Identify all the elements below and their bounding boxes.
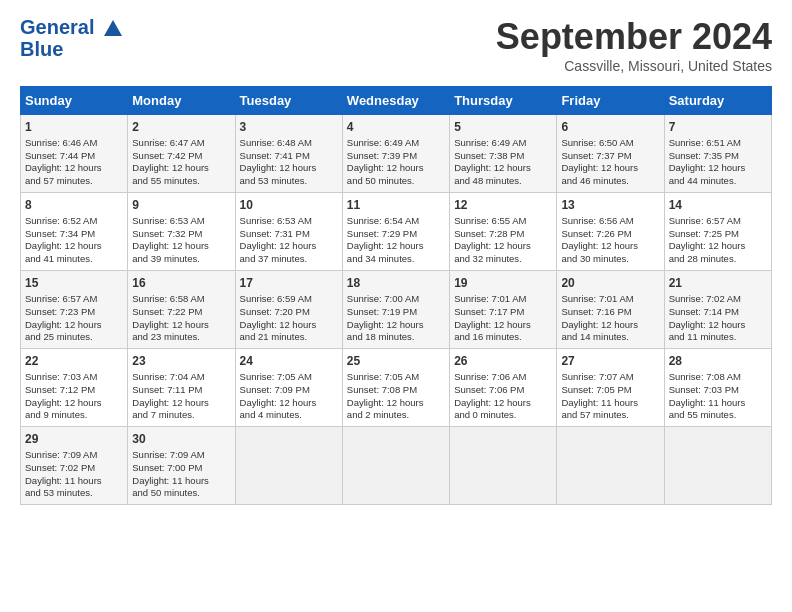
cell-info: Sunrise: 6:53 AM Sunset: 7:32 PM Dayligh… — [132, 215, 230, 266]
calendar-cell: 27Sunrise: 7:07 AM Sunset: 7:05 PM Dayli… — [557, 349, 664, 427]
day-number: 25 — [347, 353, 445, 370]
day-number: 5 — [454, 119, 552, 136]
day-number: 12 — [454, 197, 552, 214]
calendar-cell — [342, 427, 449, 505]
week-row-1: 1Sunrise: 6:46 AM Sunset: 7:44 PM Daylig… — [21, 115, 772, 193]
calendar-cell — [664, 427, 771, 505]
day-number: 23 — [132, 353, 230, 370]
calendar-cell: 3Sunrise: 6:48 AM Sunset: 7:41 PM Daylig… — [235, 115, 342, 193]
cell-info: Sunrise: 7:01 AM Sunset: 7:16 PM Dayligh… — [561, 293, 659, 344]
svg-marker-0 — [104, 20, 122, 36]
calendar-cell: 18Sunrise: 7:00 AM Sunset: 7:19 PM Dayli… — [342, 271, 449, 349]
calendar-cell: 9Sunrise: 6:53 AM Sunset: 7:32 PM Daylig… — [128, 193, 235, 271]
cell-info: Sunrise: 7:05 AM Sunset: 7:08 PM Dayligh… — [347, 371, 445, 422]
day-number: 2 — [132, 119, 230, 136]
calendar-cell: 28Sunrise: 7:08 AM Sunset: 7:03 PM Dayli… — [664, 349, 771, 427]
column-header-saturday: Saturday — [664, 87, 771, 115]
column-header-sunday: Sunday — [21, 87, 128, 115]
calendar-cell: 23Sunrise: 7:04 AM Sunset: 7:11 PM Dayli… — [128, 349, 235, 427]
week-row-3: 15Sunrise: 6:57 AM Sunset: 7:23 PM Dayli… — [21, 271, 772, 349]
day-number: 30 — [132, 431, 230, 448]
day-number: 21 — [669, 275, 767, 292]
cell-info: Sunrise: 6:46 AM Sunset: 7:44 PM Dayligh… — [25, 137, 123, 188]
calendar-cell: 5Sunrise: 6:49 AM Sunset: 7:38 PM Daylig… — [450, 115, 557, 193]
title-area: September 2024 Cassville, Missouri, Unit… — [496, 16, 772, 74]
location: Cassville, Missouri, United States — [496, 58, 772, 74]
cell-info: Sunrise: 6:59 AM Sunset: 7:20 PM Dayligh… — [240, 293, 338, 344]
day-number: 7 — [669, 119, 767, 136]
logo-icon — [102, 18, 124, 40]
cell-info: Sunrise: 7:06 AM Sunset: 7:06 PM Dayligh… — [454, 371, 552, 422]
day-number: 17 — [240, 275, 338, 292]
week-row-4: 22Sunrise: 7:03 AM Sunset: 7:12 PM Dayli… — [21, 349, 772, 427]
calendar-cell: 13Sunrise: 6:56 AM Sunset: 7:26 PM Dayli… — [557, 193, 664, 271]
logo-general: General — [20, 16, 94, 38]
cell-info: Sunrise: 6:50 AM Sunset: 7:37 PM Dayligh… — [561, 137, 659, 188]
day-number: 20 — [561, 275, 659, 292]
day-number: 6 — [561, 119, 659, 136]
cell-info: Sunrise: 6:53 AM Sunset: 7:31 PM Dayligh… — [240, 215, 338, 266]
cell-info: Sunrise: 6:57 AM Sunset: 7:25 PM Dayligh… — [669, 215, 767, 266]
cell-info: Sunrise: 7:02 AM Sunset: 7:14 PM Dayligh… — [669, 293, 767, 344]
column-header-tuesday: Tuesday — [235, 87, 342, 115]
calendar-cell — [235, 427, 342, 505]
calendar-cell: 7Sunrise: 6:51 AM Sunset: 7:35 PM Daylig… — [664, 115, 771, 193]
calendar-cell: 11Sunrise: 6:54 AM Sunset: 7:29 PM Dayli… — [342, 193, 449, 271]
day-number: 8 — [25, 197, 123, 214]
cell-info: Sunrise: 7:01 AM Sunset: 7:17 PM Dayligh… — [454, 293, 552, 344]
day-number: 27 — [561, 353, 659, 370]
day-number: 15 — [25, 275, 123, 292]
calendar-cell — [450, 427, 557, 505]
day-number: 16 — [132, 275, 230, 292]
calendar-cell: 15Sunrise: 6:57 AM Sunset: 7:23 PM Dayli… — [21, 271, 128, 349]
cell-info: Sunrise: 6:47 AM Sunset: 7:42 PM Dayligh… — [132, 137, 230, 188]
cell-info: Sunrise: 7:09 AM Sunset: 7:02 PM Dayligh… — [25, 449, 123, 500]
calendar-table: SundayMondayTuesdayWednesdayThursdayFrid… — [20, 86, 772, 505]
cell-info: Sunrise: 7:08 AM Sunset: 7:03 PM Dayligh… — [669, 371, 767, 422]
calendar-cell: 6Sunrise: 6:50 AM Sunset: 7:37 PM Daylig… — [557, 115, 664, 193]
logo-content: General Blue — [20, 16, 124, 61]
calendar-cell: 26Sunrise: 7:06 AM Sunset: 7:06 PM Dayli… — [450, 349, 557, 427]
calendar-cell — [557, 427, 664, 505]
day-number: 3 — [240, 119, 338, 136]
calendar-cell: 2Sunrise: 6:47 AM Sunset: 7:42 PM Daylig… — [128, 115, 235, 193]
day-number: 9 — [132, 197, 230, 214]
day-number: 1 — [25, 119, 123, 136]
cell-info: Sunrise: 6:49 AM Sunset: 7:38 PM Dayligh… — [454, 137, 552, 188]
calendar-cell: 10Sunrise: 6:53 AM Sunset: 7:31 PM Dayli… — [235, 193, 342, 271]
header-area: General Blue September 2024 Cassville, M… — [20, 16, 772, 74]
day-number: 24 — [240, 353, 338, 370]
day-number: 29 — [25, 431, 123, 448]
calendar-cell: 14Sunrise: 6:57 AM Sunset: 7:25 PM Dayli… — [664, 193, 771, 271]
day-number: 22 — [25, 353, 123, 370]
cell-info: Sunrise: 6:58 AM Sunset: 7:22 PM Dayligh… — [132, 293, 230, 344]
cell-info: Sunrise: 7:05 AM Sunset: 7:09 PM Dayligh… — [240, 371, 338, 422]
calendar-cell: 30Sunrise: 7:09 AM Sunset: 7:00 PM Dayli… — [128, 427, 235, 505]
day-number: 19 — [454, 275, 552, 292]
cell-info: Sunrise: 7:07 AM Sunset: 7:05 PM Dayligh… — [561, 371, 659, 422]
logo-blue: Blue — [20, 38, 124, 61]
cell-info: Sunrise: 6:48 AM Sunset: 7:41 PM Dayligh… — [240, 137, 338, 188]
month-title: September 2024 — [496, 16, 772, 58]
cell-info: Sunrise: 6:57 AM Sunset: 7:23 PM Dayligh… — [25, 293, 123, 344]
calendar-cell: 16Sunrise: 6:58 AM Sunset: 7:22 PM Dayli… — [128, 271, 235, 349]
column-header-monday: Monday — [128, 87, 235, 115]
calendar-cell: 24Sunrise: 7:05 AM Sunset: 7:09 PM Dayli… — [235, 349, 342, 427]
calendar-cell: 22Sunrise: 7:03 AM Sunset: 7:12 PM Dayli… — [21, 349, 128, 427]
calendar-body: 1Sunrise: 6:46 AM Sunset: 7:44 PM Daylig… — [21, 115, 772, 505]
cell-info: Sunrise: 6:52 AM Sunset: 7:34 PM Dayligh… — [25, 215, 123, 266]
calendar-cell: 4Sunrise: 6:49 AM Sunset: 7:39 PM Daylig… — [342, 115, 449, 193]
day-number: 10 — [240, 197, 338, 214]
column-header-wednesday: Wednesday — [342, 87, 449, 115]
day-number: 4 — [347, 119, 445, 136]
calendar-cell: 8Sunrise: 6:52 AM Sunset: 7:34 PM Daylig… — [21, 193, 128, 271]
cell-info: Sunrise: 7:09 AM Sunset: 7:00 PM Dayligh… — [132, 449, 230, 500]
cell-info: Sunrise: 6:55 AM Sunset: 7:28 PM Dayligh… — [454, 215, 552, 266]
calendar-cell: 29Sunrise: 7:09 AM Sunset: 7:02 PM Dayli… — [21, 427, 128, 505]
day-number: 14 — [669, 197, 767, 214]
cell-info: Sunrise: 6:51 AM Sunset: 7:35 PM Dayligh… — [669, 137, 767, 188]
day-number: 11 — [347, 197, 445, 214]
cell-info: Sunrise: 6:49 AM Sunset: 7:39 PM Dayligh… — [347, 137, 445, 188]
cell-info: Sunrise: 7:00 AM Sunset: 7:19 PM Dayligh… — [347, 293, 445, 344]
day-number: 18 — [347, 275, 445, 292]
